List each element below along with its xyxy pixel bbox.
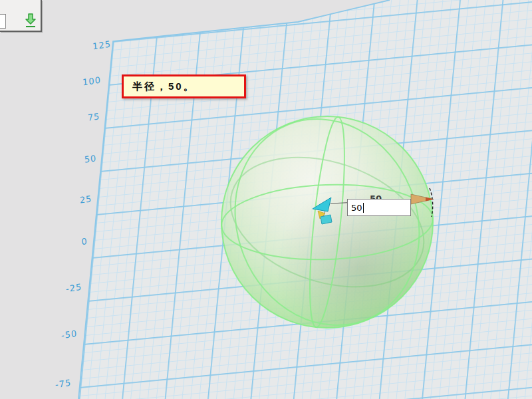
text-caret <box>363 203 364 213</box>
radius-input-value: 50 <box>351 203 362 213</box>
radius-input[interactable]: 50 <box>347 199 411 216</box>
insert-value-button[interactable] <box>23 13 38 29</box>
toolbar-window-corner <box>0 0 42 32</box>
green-download-arrow-icon <box>23 13 38 29</box>
tooltip-text: 半径，50。 <box>132 80 196 93</box>
app-canvas: 125 100 75 50 25 0 -25 -50 -75 50 50 半径，… <box>0 0 532 399</box>
center-cube-handle[interactable] <box>321 215 332 224</box>
axis-label: 0 <box>81 236 88 247</box>
axis-label: 50 <box>84 153 96 165</box>
radius-prompt-tooltip: 半径，50。 <box>122 74 246 98</box>
axis-label: 75 <box>87 111 100 123</box>
axis-label: 25 <box>79 194 92 205</box>
partial-input-field[interactable] <box>0 14 6 29</box>
